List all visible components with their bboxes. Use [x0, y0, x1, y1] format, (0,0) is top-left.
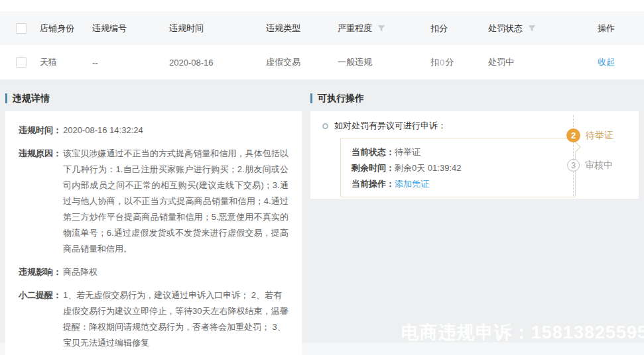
table-row: 天猫 -- 2020-08-16 虚假交易 一般违规 扣0分 处罚中 收起: [0, 45, 644, 80]
title-accent-bar: [310, 93, 312, 103]
severity-filter-icon[interactable]: [377, 25, 385, 32]
violation-details-title-text: 违规详情: [13, 93, 50, 105]
deduction-prefix: 扣: [430, 56, 439, 68]
timeline-step-under-review: 3 审核中: [567, 159, 613, 172]
row-shop-identity: 天猫: [40, 56, 92, 68]
step-3-label: 审核中: [585, 160, 613, 172]
remaining-time-value: 剩余0天 01:39:42: [395, 160, 461, 176]
executable-actions-box: 如对处罚有异议可进行申诉： 当前状态： 待举证 剩余时间： 剩余0天 01:39…: [310, 111, 639, 199]
current-status-value: 待举证: [395, 144, 420, 160]
executable-actions-title-text: 可执行操作: [318, 93, 364, 105]
penalty-status-filter-icon[interactable]: [528, 25, 536, 32]
appeal-hint-text: 如对处罚有异议可进行申诉：: [334, 120, 446, 132]
reason-label: 违规原因：: [19, 146, 63, 257]
detail-row-time: 违规时间： 2020-08-16 14:32:24: [19, 123, 289, 138]
impact-value: 商品降权: [63, 264, 289, 280]
reminder-label: 小二提醒：: [19, 287, 63, 351]
header-penalty-status: 处罚状态: [488, 23, 523, 34]
executable-actions-panel: 可执行操作 如对处罚有异议可进行申诉： 当前状态： 待举证 剩余时间： 剩余0天…: [310, 93, 639, 199]
header-severity-cell: 严重程度: [338, 23, 430, 34]
deduction-value: 0: [439, 58, 445, 68]
header-severity: 严重程度: [338, 23, 372, 34]
step-2-circle: 2: [566, 128, 580, 142]
header-violation-no: 违规编号: [92, 23, 169, 34]
row-violation-type: 虚假交易: [266, 56, 338, 68]
violation-details-title: 违规详情: [5, 93, 302, 104]
detail-row-impact: 违规影响： 商品降权: [19, 264, 289, 280]
row-penalty-status: 处罚中: [488, 56, 583, 68]
deduction-suffix: 分: [445, 56, 454, 68]
timeline-step-awaiting-evidence: 2 待举证: [566, 128, 613, 142]
impact-label: 违规影响：: [19, 264, 63, 280]
title-accent-bar: [5, 93, 7, 103]
timeline-dashed-line: [573, 115, 574, 196]
row-violation-no: --: [92, 58, 169, 68]
violation-table: 店铺身份 违规编号 违规时间 违规类型 严重程度 扣分 处罚状态 操作 天猫: [0, 0, 644, 80]
violation-details-box: 违规时间： 2020-08-16 14:32:24 违规原因： 该宝贝涉嫌通过不…: [5, 111, 302, 355]
step-2-label: 待举证: [586, 130, 613, 142]
select-all-checkbox[interactable]: [16, 23, 27, 34]
reminder-value: 1、若无虚假交易行为，建议通过申诉入口申诉； 2、若有虚假交易行为建议立即停止，…: [63, 287, 289, 351]
radio-dot-icon: [322, 123, 328, 129]
reason-value: 该宝贝涉嫌通过不正当的方式提高销量和信用，具体包括以下几种行为：1.自己注册买家…: [63, 146, 289, 257]
watermark-text: 电商违规申诉：15813825595: [401, 321, 644, 344]
detail-row-reason: 违规原因： 该宝贝涉嫌通过不正当的方式提高销量和信用，具体包括以下几种行为：1.…: [19, 146, 289, 257]
row-checkbox[interactable]: [16, 57, 27, 68]
header-action: 操作: [583, 23, 644, 34]
table-header-row: 店铺身份 违规编号 违规时间 违规类型 严重程度 扣分 处罚状态 操作: [0, 11, 644, 45]
add-evidence-link[interactable]: 添加凭证: [395, 176, 429, 192]
executable-actions-title: 可执行操作: [310, 93, 639, 104]
appeal-timeline: 2 待举证 3 审核中: [566, 115, 633, 196]
time-value: 2020-08-16 14:32:24: [63, 123, 289, 138]
header-penalty-status-cell: 处罚状态: [488, 23, 583, 34]
row-violation-time: 2020-08-16: [169, 58, 266, 68]
page: 店铺身份 违规编号 违规时间 违规类型 严重程度 扣分 处罚状态 操作 天猫: [0, 0, 644, 355]
header-violation-time: 违规时间: [169, 23, 266, 34]
detail-row-reminder: 小二提醒： 1、若无虚假交易行为，建议通过申诉入口申诉； 2、若有虚假交易行为建…: [19, 287, 289, 351]
header-violation-type: 违规类型: [266, 23, 338, 34]
status-bubble: 当前状态： 待举证 剩余时间： 剩余0天 01:39:42 当前操作： 添加凭证: [340, 138, 576, 197]
time-label: 违规时间：: [19, 123, 63, 138]
remaining-time-label: 剩余时间：: [352, 160, 395, 176]
row-deduction: 扣0分: [430, 56, 488, 68]
violation-details-panel: 违规详情 违规时间： 2020-08-16 14:32:24 违规原因： 该宝贝…: [5, 93, 302, 355]
current-action-line: 当前操作： 添加凭证: [352, 176, 575, 192]
current-status-line: 当前状态： 待举证: [352, 144, 575, 160]
header-shop-identity: 店铺身份: [40, 23, 92, 34]
current-status-label: 当前状态：: [352, 144, 395, 160]
collapse-link[interactable]: 收起: [598, 56, 615, 68]
current-action-label: 当前操作：: [352, 176, 395, 192]
row-severity: 一般违规: [338, 56, 430, 68]
header-deduction: 扣分: [430, 23, 488, 34]
remaining-time-line: 剩余时间： 剩余0天 01:39:42: [352, 160, 575, 176]
step-3-circle: 3: [567, 159, 580, 172]
